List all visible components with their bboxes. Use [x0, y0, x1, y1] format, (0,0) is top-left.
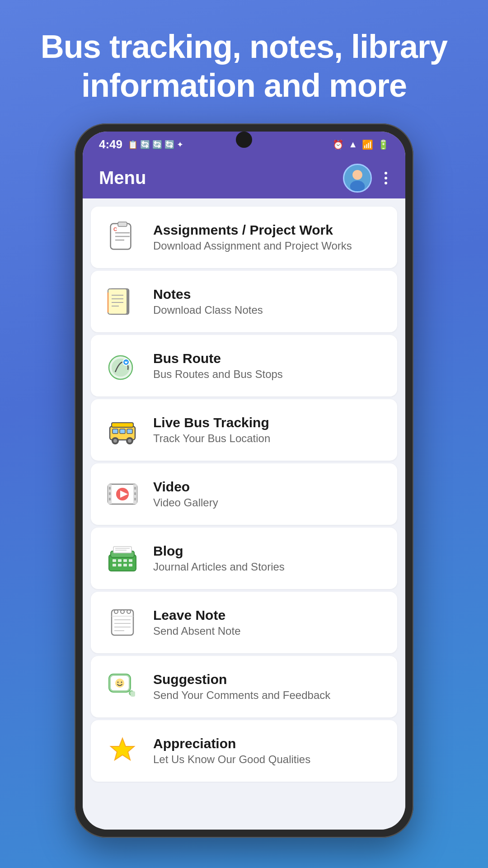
signal-icon: 📶: [362, 139, 373, 150]
assignments-icon: C: [104, 219, 141, 255]
avatar[interactable]: [343, 164, 372, 193]
svg-rect-13: [108, 289, 127, 314]
avatar-img: [344, 165, 371, 191]
leave-note-text: Leave Note Send Absent Note: [153, 608, 384, 637]
phone-screen: 4:49 📋 🔄 🔄 🔄 ✦ ⏰ ▲ 📶 🔋 Menu: [83, 132, 405, 830]
svg-rect-48: [123, 559, 127, 562]
bus-route-text: Bus Route Bus Routes and Bus Stops: [153, 351, 384, 381]
bus-route-title: Bus Route: [153, 351, 384, 366]
svg-rect-41: [134, 498, 136, 500]
status-left: 4:49 📋 🔄 🔄 🔄 ✦: [99, 137, 183, 151]
assignments-text: Assignments / Project Work Download Assi…: [153, 222, 384, 252]
appreciation-subtitle: Let Us Know Our Good Qualities: [153, 753, 384, 766]
menu-item-blog[interactable]: Blog Journal Articles and Stories: [91, 528, 397, 589]
svg-point-69: [117, 681, 119, 683]
svg-rect-40: [134, 492, 136, 495]
svg-rect-32: [112, 423, 133, 427]
wifi-icon: ▲: [348, 139, 357, 150]
svg-rect-10: [118, 222, 127, 226]
notes-title: Notes: [153, 287, 384, 302]
live-bus-icon: [104, 412, 141, 448]
notch: [236, 132, 252, 148]
hero-title: Bus tracking, notes, library information…: [27, 27, 461, 105]
svg-point-68: [115, 679, 124, 688]
svg-point-31: [128, 439, 131, 443]
svg-rect-39: [134, 487, 136, 490]
appreciation-text: Appreciation Let Us Know Our Good Qualit…: [153, 736, 384, 766]
suggestion-subtitle: Send Your Comments and Feedback: [153, 689, 384, 702]
appreciation-title: Appreciation: [153, 736, 384, 751]
svg-rect-49: [129, 559, 132, 562]
svg-rect-72: [131, 691, 135, 697]
blog-icon: [104, 540, 141, 576]
blog-subtitle: Journal Articles and Stories: [153, 561, 384, 573]
svg-rect-26: [120, 429, 125, 434]
menu-item-leave-note[interactable]: Leave Note Send Absent Note: [91, 592, 397, 653]
leave-note-subtitle: Send Absent Note: [153, 625, 384, 637]
svg-point-70: [121, 681, 122, 683]
svg-rect-47: [118, 559, 122, 562]
app-bar-right: [343, 164, 389, 193]
menu-item-live-bus[interactable]: Live Bus Tracking Track Your Bus Locatio…: [91, 399, 397, 461]
status-icons-left: 📋 🔄 🔄 🔄 ✦: [128, 140, 183, 150]
video-title: Video: [153, 479, 384, 495]
svg-rect-50: [113, 564, 116, 566]
hero-section: Bus tracking, notes, library information…: [0, 27, 488, 105]
svg-rect-52: [123, 564, 127, 566]
svg-rect-46: [113, 559, 116, 562]
notes-text: Notes Download Class Notes: [153, 287, 384, 316]
svg-rect-27: [127, 429, 132, 434]
menu-item-appreciation[interactable]: Appreciation Let Us Know Our Good Qualit…: [91, 720, 397, 782]
live-bus-text: Live Bus Tracking Track Your Bus Locatio…: [153, 415, 384, 445]
svg-rect-25: [113, 429, 118, 434]
dot3: [385, 182, 387, 184]
dot2: [385, 177, 387, 179]
notes-icon: [104, 283, 141, 320]
leave-note-icon: [104, 604, 141, 641]
svg-marker-73: [111, 738, 134, 760]
phone-frame: 4:49 📋 🔄 🔄 🔄 ✦ ⏰ ▲ 📶 🔋 Menu: [75, 123, 413, 838]
svg-rect-38: [109, 498, 111, 500]
bus-route-subtitle: Bus Routes and Bus Stops: [153, 368, 384, 381]
assignments-subtitle: Download Assignment and Project Works: [153, 240, 384, 252]
menu-item-suggestion[interactable]: Suggestion Send Your Comments and Feedba…: [91, 656, 397, 717]
alarm-icon: ⏰: [333, 139, 344, 150]
video-icon: [104, 476, 141, 512]
menu-item-video[interactable]: Video Video Gallery: [91, 463, 397, 525]
svg-point-23: [126, 360, 127, 362]
menu-list: C Assignments / Project Work Download As…: [83, 198, 405, 830]
bus-route-icon: [104, 348, 141, 384]
suggestion-icon: [104, 669, 141, 705]
notes-subtitle: Download Class Notes: [153, 304, 384, 316]
menu-item-bus-route[interactable]: Bus Route Bus Routes and Bus Stops: [91, 335, 397, 396]
svg-point-2: [350, 180, 365, 192]
blog-text: Blog Journal Articles and Stories: [153, 543, 384, 573]
svg-point-3: [353, 170, 361, 179]
live-bus-subtitle: Track Your Bus Location: [153, 432, 384, 445]
svg-rect-54: [113, 547, 131, 553]
svg-rect-51: [118, 564, 122, 566]
app-bar: Menu: [83, 158, 405, 198]
video-text: Video Video Gallery: [153, 479, 384, 509]
status-icons-right: ⏰ ▲ 📶 🔋: [333, 139, 389, 150]
battery-icon: 🔋: [378, 139, 389, 150]
svg-rect-37: [109, 492, 111, 495]
more-button[interactable]: [383, 170, 389, 186]
status-time: 4:49: [99, 137, 122, 151]
svg-rect-53: [129, 564, 132, 566]
svg-rect-36: [109, 487, 111, 490]
svg-point-29: [113, 439, 117, 443]
svg-text:C: C: [113, 226, 117, 232]
assignments-title: Assignments / Project Work: [153, 222, 384, 238]
suggestion-text: Suggestion Send Your Comments and Feedba…: [153, 672, 384, 702]
video-subtitle: Video Gallery: [153, 496, 384, 509]
dot1: [385, 172, 387, 175]
suggestion-title: Suggestion: [153, 672, 384, 687]
menu-item-notes[interactable]: Notes Download Class Notes: [91, 271, 397, 332]
appreciation-icon: [104, 733, 141, 769]
live-bus-title: Live Bus Tracking: [153, 415, 384, 430]
app-bar-title: Menu: [99, 168, 146, 188]
blog-title: Blog: [153, 543, 384, 559]
leave-note-title: Leave Note: [153, 608, 384, 623]
menu-item-assignments[interactable]: C Assignments / Project Work Download As…: [91, 207, 397, 268]
